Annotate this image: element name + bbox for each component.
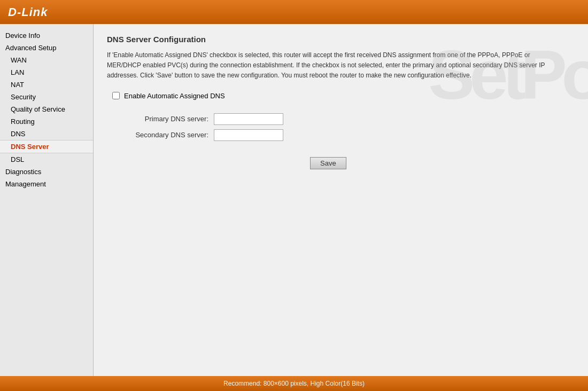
auto-dns-label: Enable Automatic Assigned DNS (124, 92, 225, 100)
sidebar-item-lan[interactable]: LAN (0, 66, 93, 79)
sidebar-item-management[interactable]: Management (0, 178, 93, 190)
button-row: Save (310, 157, 575, 169)
sidebar-item-routing[interactable]: Routing (0, 115, 93, 128)
sidebar-item-diagnostics[interactable]: Diagnostics (0, 166, 93, 178)
main-area: Device InfoAdvanced SetupWANLANNATSecuri… (0, 24, 588, 376)
secondary-dns-row: Secondary DNS server: (112, 129, 575, 141)
sidebar: Device InfoAdvanced SetupWANLANNATSecuri… (0, 24, 94, 376)
primary-dns-input[interactable] (214, 113, 283, 125)
auto-dns-checkbox-row: Enable Automatic Assigned DNS (112, 92, 575, 100)
description-text: If 'Enable Automatic Assigned DNS' check… (107, 50, 545, 81)
sidebar-item-quality-of-service[interactable]: Quality of Service (0, 103, 93, 115)
logo: D-Link (8, 5, 48, 19)
sidebar-item-advanced-setup[interactable]: Advanced Setup (0, 42, 93, 54)
header: D-Link (0, 0, 588, 24)
auto-dns-checkbox[interactable] (112, 92, 120, 99)
sidebar-item-wan[interactable]: WAN (0, 54, 93, 66)
sidebar-item-dns[interactable]: DNS (0, 128, 93, 140)
footer-text: Recommend: 800×600 pixels, High Color(16… (223, 380, 365, 387)
secondary-dns-label: Secondary DNS server: (112, 131, 208, 139)
content-area: SetPo DNS Server Configuration If 'Enabl… (94, 24, 588, 376)
footer: Recommend: 800×600 pixels, High Color(16… (0, 376, 588, 391)
dns-form: Primary DNS server: Secondary DNS server… (112, 113, 575, 141)
sidebar-item-dsl[interactable]: DSL (0, 153, 93, 166)
primary-dns-label: Primary DNS server: (112, 115, 208, 123)
sidebar-item-device-info[interactable]: Device Info (0, 29, 93, 42)
primary-dns-row: Primary DNS server: (112, 113, 575, 125)
sidebar-item-nat[interactable]: NAT (0, 79, 93, 91)
page-title: DNS Server Configuration (107, 35, 575, 44)
save-button[interactable]: Save (310, 157, 346, 169)
sidebar-item-security[interactable]: Security (0, 91, 93, 103)
secondary-dns-input[interactable] (214, 129, 283, 141)
sidebar-item-dns-server[interactable]: DNS Server (0, 140, 93, 153)
